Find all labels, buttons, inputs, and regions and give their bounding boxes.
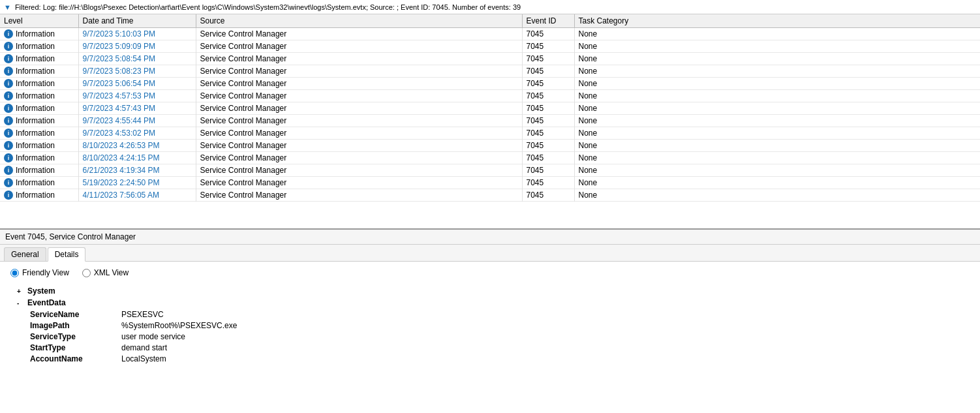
- view-options: Friendly View XML View: [10, 268, 970, 277]
- friendly-view-radio[interactable]: [10, 269, 19, 277]
- level-text: Information: [16, 129, 55, 138]
- col-header-task[interactable]: Task Category: [574, 14, 980, 28]
- data-field-value: %SystemRoot%\PSEXESVC.exe: [121, 321, 237, 330]
- cell-task: None: [574, 78, 980, 90]
- info-icon: i: [4, 104, 13, 113]
- data-field-row: AccountNameLocalSystem: [30, 354, 970, 363]
- level-text: Information: [16, 54, 55, 63]
- event-log-table-container[interactable]: Level Date and Time Source Event ID Task…: [0, 14, 980, 230]
- level-text: Information: [16, 42, 55, 51]
- info-icon: i: [4, 91, 13, 100]
- friendly-view-label: Friendly View: [22, 268, 69, 277]
- data-field-key: ServiceType: [30, 332, 121, 341]
- level-text: Information: [16, 104, 55, 113]
- xml-view-radio[interactable]: [82, 269, 91, 277]
- filter-text: Filtered: Log: file://H:\Blogs\Psexec De…: [15, 3, 521, 11]
- level-text: Information: [16, 91, 55, 100]
- table-row[interactable]: iInformation9/7/2023 4:57:43 PMService C…: [0, 102, 980, 115]
- cell-datetime: 8/10/2023 4:26:53 PM: [78, 140, 196, 152]
- table-row[interactable]: iInformation4/11/2023 7:56:05 AMService …: [0, 189, 980, 202]
- cell-datetime: 9/7/2023 5:06:54 PM: [78, 78, 196, 90]
- cell-source: Service Control Manager: [196, 40, 522, 53]
- cell-level: iInformation: [0, 164, 78, 177]
- cell-task: None: [574, 102, 980, 115]
- cell-task: None: [574, 115, 980, 127]
- table-row[interactable]: iInformation8/10/2023 4:26:53 PMService …: [0, 140, 980, 152]
- data-field-value: user mode service: [121, 332, 185, 341]
- cell-datetime: 9/7/2023 5:09:09 PM: [78, 40, 196, 53]
- cell-task: None: [574, 164, 980, 177]
- cell-level: iInformation: [0, 140, 78, 152]
- table-row[interactable]: iInformation9/7/2023 4:55:44 PMService C…: [0, 115, 980, 127]
- cell-datetime: 4/11/2023 7:56:05 AM: [78, 189, 196, 202]
- table-row[interactable]: iInformation9/7/2023 4:53:02 PMService C…: [0, 127, 980, 140]
- cell-source: Service Control Manager: [196, 140, 522, 152]
- cell-datetime: 5/19/2023 2:24:50 PM: [78, 177, 196, 189]
- cell-level: iInformation: [0, 127, 78, 140]
- cell-task: None: [574, 152, 980, 164]
- table-row[interactable]: iInformation9/7/2023 4:57:53 PMService C…: [0, 90, 980, 102]
- data-field-value: LocalSystem: [121, 354, 166, 363]
- cell-eventid: 7045: [522, 115, 574, 127]
- table-row[interactable]: iInformation9/7/2023 5:09:09 PMService C…: [0, 40, 980, 53]
- event-log-table: Level Date and Time Source Event ID Task…: [0, 14, 980, 202]
- event-title: Event 7045, Service Control Manager: [5, 232, 136, 241]
- data-field-key: AccountName: [30, 354, 121, 363]
- cell-task: None: [574, 189, 980, 202]
- cell-datetime: 9/7/2023 5:08:23 PM: [78, 65, 196, 78]
- data-field-value: demand start: [121, 343, 167, 352]
- cell-level: iInformation: [0, 65, 78, 78]
- detail-content: Friendly View XML View + System - EventD…: [0, 262, 980, 373]
- cell-level: iInformation: [0, 53, 78, 65]
- cell-eventid: 7045: [522, 140, 574, 152]
- data-field-row: StartTypedemand start: [30, 343, 970, 352]
- level-text: Information: [16, 153, 55, 162]
- info-icon: i: [4, 79, 13, 88]
- col-header-source[interactable]: Source: [196, 14, 522, 28]
- table-row[interactable]: iInformation5/19/2023 2:24:50 PMService …: [0, 177, 980, 189]
- system-node-header[interactable]: + System: [17, 286, 970, 296]
- eventdata-children: ServiceNamePSEXESVCImagePath%SystemRoot%…: [30, 310, 970, 363]
- table-row[interactable]: iInformation9/7/2023 5:08:54 PMService C…: [0, 53, 980, 65]
- detail-panel: Event 7045, Service Control Manager Gene…: [0, 230, 980, 373]
- col-header-eventid[interactable]: Event ID: [522, 14, 574, 28]
- eventdata-node-label: EventData: [27, 298, 66, 307]
- tab-general[interactable]: General: [4, 247, 46, 261]
- info-icon: i: [4, 54, 13, 63]
- level-text: Information: [16, 29, 55, 38]
- cell-source: Service Control Manager: [196, 90, 522, 102]
- table-row[interactable]: iInformation9/7/2023 5:10:03 PMService C…: [0, 28, 980, 40]
- xml-view-option[interactable]: XML View: [82, 268, 129, 277]
- cell-level: iInformation: [0, 28, 78, 40]
- col-header-level[interactable]: Level: [0, 14, 78, 28]
- cell-level: iInformation: [0, 90, 78, 102]
- cell-source: Service Control Manager: [196, 189, 522, 202]
- cell-level: iInformation: [0, 152, 78, 164]
- table-row[interactable]: iInformation9/7/2023 5:06:54 PMService C…: [0, 78, 980, 90]
- level-text: Information: [16, 178, 55, 187]
- xml-view-label: XML View: [94, 268, 129, 277]
- cell-datetime: 9/7/2023 5:10:03 PM: [78, 28, 196, 40]
- cell-source: Service Control Manager: [196, 102, 522, 115]
- cell-task: None: [574, 90, 980, 102]
- tab-details[interactable]: Details: [48, 247, 86, 262]
- cell-eventid: 7045: [522, 78, 574, 90]
- cell-level: iInformation: [0, 102, 78, 115]
- cell-datetime: 6/21/2023 4:19:34 PM: [78, 164, 196, 177]
- cell-level: iInformation: [0, 40, 78, 53]
- info-icon: i: [4, 191, 13, 200]
- table-row[interactable]: iInformation9/7/2023 5:08:23 PMService C…: [0, 65, 980, 78]
- col-header-datetime[interactable]: Date and Time: [78, 14, 196, 28]
- tabs-bar: General Details: [0, 245, 980, 262]
- cell-level: iInformation: [0, 189, 78, 202]
- cell-datetime: 9/7/2023 5:08:54 PM: [78, 53, 196, 65]
- table-row[interactable]: iInformation6/21/2023 4:19:34 PMService …: [0, 164, 980, 177]
- friendly-view-option[interactable]: Friendly View: [10, 268, 69, 277]
- cell-eventid: 7045: [522, 28, 574, 40]
- cell-datetime: 9/7/2023 4:57:53 PM: [78, 90, 196, 102]
- cell-level: iInformation: [0, 78, 78, 90]
- table-row[interactable]: iInformation8/10/2023 4:24:15 PMService …: [0, 152, 980, 164]
- cell-source: Service Control Manager: [196, 53, 522, 65]
- cell-source: Service Control Manager: [196, 177, 522, 189]
- eventdata-node-header[interactable]: - EventData: [17, 298, 970, 307]
